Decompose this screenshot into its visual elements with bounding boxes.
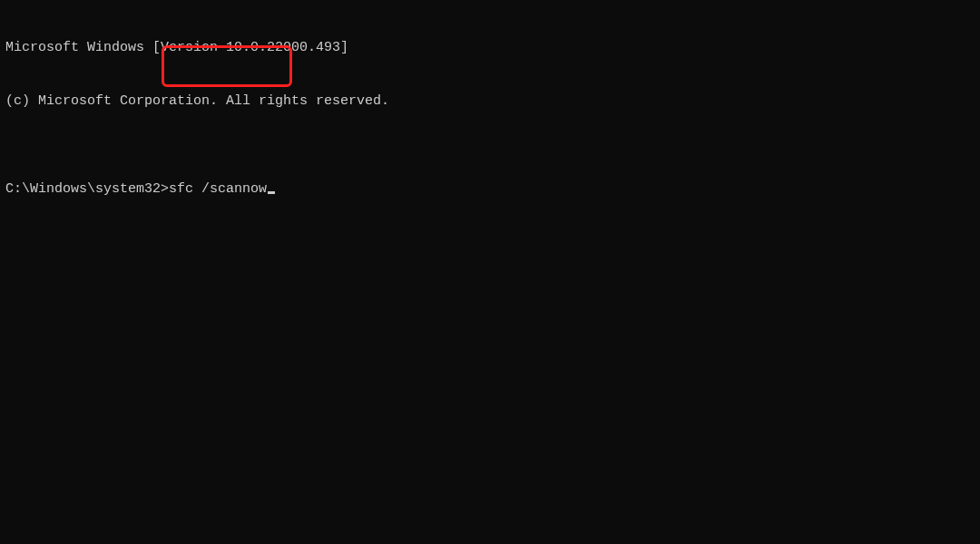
copyright-line: (c) Microsoft Corporation. All rights re… bbox=[5, 92, 975, 111]
cursor-icon bbox=[268, 191, 275, 194]
typed-command[interactable]: sfc /scannow bbox=[169, 180, 267, 199]
version-line: Microsoft Windows [Version 10.0.22000.49… bbox=[5, 39, 975, 57]
terminal-area[interactable]: Microsoft Windows [Version 10.0.22000.49… bbox=[0, 0, 980, 219]
command-prompt-line[interactable]: C:\Windows\system32>sfc /scannow bbox=[5, 180, 975, 199]
prompt-path: C:\Windows\system32> bbox=[5, 180, 169, 199]
